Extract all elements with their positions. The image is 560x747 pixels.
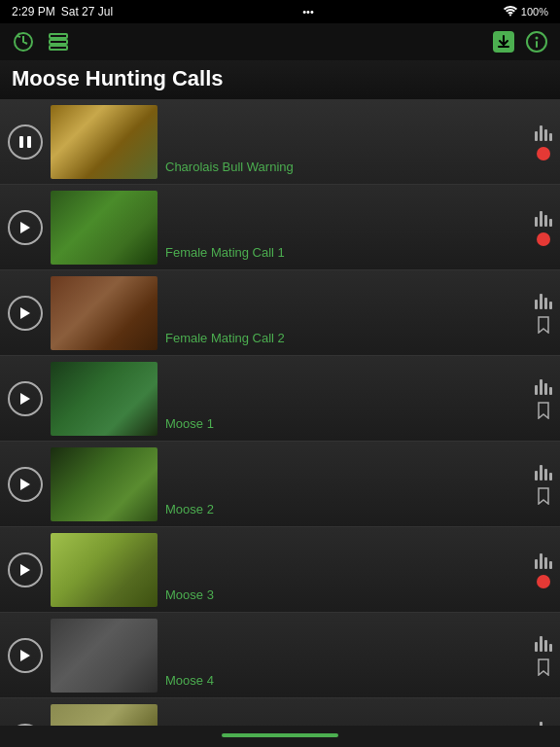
svg-rect-1 [50,34,67,38]
bars-icon[interactable] [535,209,552,227]
status-dots: ••• [302,6,314,18]
track-controls [535,551,552,588]
track-info: Female Mating Call 2 [165,276,529,349]
svg-marker-15 [20,650,30,661]
track-thumbnail [51,619,158,693]
track-item: Moose 2 [0,442,560,527]
svg-marker-10 [20,222,30,233]
svg-rect-9 [27,136,31,148]
track-info: Moose 1 [165,362,529,435]
track-item: Female Mating Call 1 [0,185,560,270]
track-info: Moose 4 [165,619,529,692]
track-item: Charolais Bull Warning [0,99,560,185]
track-info: Female Mating Call 1 [165,191,529,264]
track-thumbnail [51,276,158,350]
track-info: Charolais Bull Warning [165,105,529,178]
toolbar-left [10,28,72,55]
bars-icon[interactable] [535,292,552,309]
track-name: Moose 4 [165,673,529,688]
toolbar [0,23,560,60]
track-controls [535,463,552,506]
svg-marker-14 [20,564,30,576]
bookmark-icon[interactable] [536,315,551,335]
toolbar-right [490,28,550,55]
page-title: Moose Hunting Calls [0,60,560,99]
red-dot-icon [537,575,550,588]
play-button[interactable] [8,552,43,587]
play-button[interactable] [8,296,43,331]
bookmark-icon[interactable] [536,486,551,506]
list-view-button[interactable] [45,28,72,55]
play-button[interactable] [8,467,43,502]
bars-icon[interactable] [535,463,552,480]
track-item: Moose 4 [0,613,560,698]
status-right: 100% [504,5,548,18]
refresh-button[interactable] [10,28,37,55]
track-name: Moose 2 [165,502,529,516]
track-name: Female Mating Call 1 [165,245,529,260]
svg-marker-11 [20,307,30,319]
play-button[interactable] [8,381,43,416]
bookmark-icon[interactable] [536,658,551,677]
track-thumbnail [51,105,158,179]
status-center: ••• [302,6,314,18]
wifi-icon [504,5,517,18]
bars-icon[interactable] [535,551,552,569]
play-button[interactable] [8,124,43,160]
bars-icon[interactable] [535,634,552,652]
track-controls [535,292,552,335]
track-name: Female Mating Call 2 [165,331,529,345]
track-thumbnail [51,191,158,265]
track-item: Female Mating Call 2 [0,270,560,356]
track-info: Moose 2 [165,447,529,520]
scroll-indicator [222,733,338,737]
info-button[interactable] [523,28,550,55]
bars-icon[interactable] [535,124,552,141]
download-button[interactable] [490,28,517,55]
status-time: 2:29 PM [12,5,55,18]
track-item: Moose 1 [0,356,560,442]
track-thumbnail [51,362,158,436]
bars-icon[interactable] [535,377,552,395]
status-date: Sat 27 Jul [61,5,113,18]
track-thumbnail [51,533,158,607]
svg-marker-13 [20,479,30,490]
battery-text: 100% [521,6,548,18]
track-name: Moose 3 [165,587,529,602]
red-dot-icon [537,232,550,246]
status-left: 2:29 PM Sat 27 Jul [12,5,113,18]
svg-marker-12 [20,393,30,405]
track-info: Moose Grunt 1 [165,704,529,726]
track-controls [535,377,552,420]
track-controls [535,634,552,677]
track-controls [535,209,552,246]
track-item: Moose Grunt 1 [0,698,560,726]
track-name: Moose 1 [165,416,529,431]
track-name: Charolais Bull Warning [165,160,529,174]
svg-rect-3 [50,46,67,50]
svg-rect-8 [19,136,23,148]
status-bar: 2:29 PM Sat 27 Jul ••• 100% [0,0,560,23]
track-list: Charolais Bull WarningFemale Mating Call… [0,99,560,726]
scroll-indicator-bar [0,726,560,743]
track-controls [535,124,552,160]
track-info: Moose 3 [165,533,529,606]
track-thumbnail [51,704,158,727]
track-item: Moose 3 [0,527,560,613]
play-button[interactable] [8,638,43,673]
red-dot-icon [537,147,550,160]
play-button[interactable] [8,210,43,245]
svg-rect-2 [50,40,67,44]
bookmark-icon[interactable] [536,401,551,420]
track-thumbnail [51,447,158,521]
